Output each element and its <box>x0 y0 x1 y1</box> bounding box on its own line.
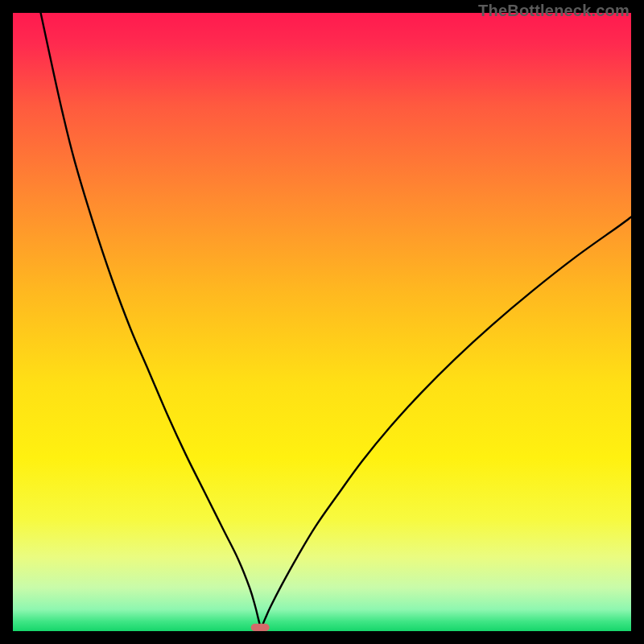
optimum-marker <box>251 624 270 631</box>
chart-frame <box>13 13 631 631</box>
gradient-background <box>13 13 631 631</box>
watermark-text: TheBottleneck.com <box>478 2 630 20</box>
bottleneck-chart <box>13 13 631 631</box>
